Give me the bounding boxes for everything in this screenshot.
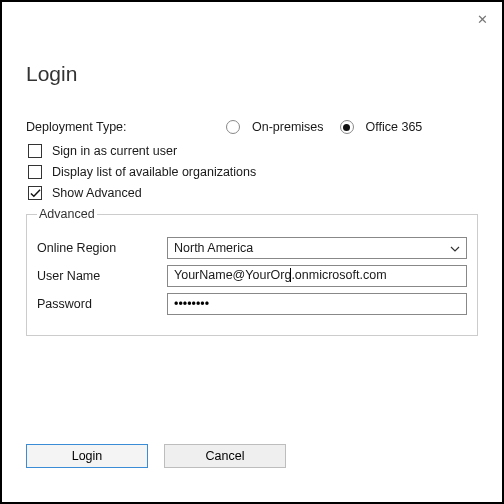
- deployment-type-row: Deployment Type: On-premises Office 365: [26, 120, 478, 134]
- radio-office-365-label: Office 365: [366, 120, 423, 134]
- checkbox-sign-in-current[interactable]: [28, 144, 42, 158]
- checkbox-show-advanced-label: Show Advanced: [52, 186, 142, 200]
- radio-on-premises-label: On-premises: [252, 120, 324, 134]
- checkbox-show-advanced[interactable]: [28, 186, 42, 200]
- advanced-fieldset: Advanced Online Region North America Use…: [26, 207, 478, 336]
- user-name-value-after: .onmicrosoft.com: [291, 268, 386, 282]
- online-region-select[interactable]: North America: [167, 237, 467, 259]
- checkbox-display-orgs-label: Display list of available organizations: [52, 165, 256, 179]
- user-name-row: User Name YourName@YourOrg.onmicrosoft.c…: [37, 265, 467, 287]
- deployment-type-label: Deployment Type:: [26, 120, 226, 134]
- page-title: Login: [26, 62, 478, 86]
- online-region-row: Online Region North America: [37, 237, 467, 259]
- user-name-value-before: YourName@YourOrg: [174, 268, 291, 282]
- online-region-value: North America: [174, 241, 253, 255]
- chevron-down-icon: [450, 241, 460, 255]
- radio-office-365[interactable]: [340, 120, 354, 134]
- checkbox-display-orgs[interactable]: [28, 165, 42, 179]
- dialog-buttons: Login Cancel: [26, 444, 286, 468]
- online-region-label: Online Region: [37, 241, 167, 255]
- advanced-legend: Advanced: [37, 207, 97, 221]
- radio-on-premises[interactable]: [226, 120, 240, 134]
- password-label: Password: [37, 297, 167, 311]
- close-icon[interactable]: ✕: [477, 13, 488, 26]
- deployment-type-radio-group: On-premises Office 365: [226, 120, 426, 134]
- checkbox-row-display-orgs: Display list of available organizations: [26, 165, 478, 179]
- password-input[interactable]: [167, 293, 467, 315]
- login-button[interactable]: Login: [26, 444, 148, 468]
- checkbox-sign-in-current-label: Sign in as current user: [52, 144, 177, 158]
- checkbox-row-show-advanced: Show Advanced: [26, 186, 478, 200]
- cancel-button[interactable]: Cancel: [164, 444, 286, 468]
- checkbox-row-sign-in: Sign in as current user: [26, 144, 478, 158]
- password-row: Password: [37, 293, 467, 315]
- user-name-label: User Name: [37, 269, 167, 283]
- user-name-input[interactable]: YourName@YourOrg.onmicrosoft.com: [167, 265, 467, 287]
- login-dialog: Login Deployment Type: On-premises Offic…: [2, 2, 502, 356]
